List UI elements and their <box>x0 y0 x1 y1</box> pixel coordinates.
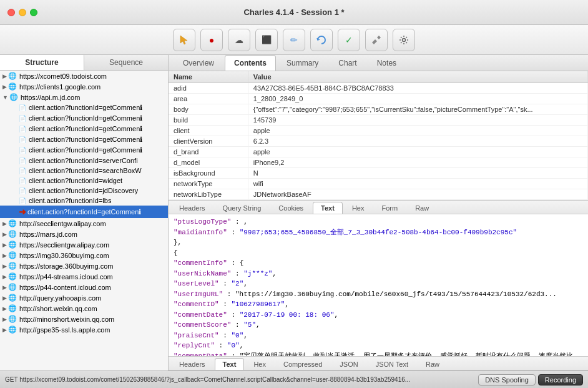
throttle-button[interactable]: ☁ <box>228 29 250 51</box>
file-icon: 📄 <box>19 126 26 132</box>
sidebar-item-req6[interactable]: 📄client.action?functionId=serverConfi <box>0 156 168 166</box>
item-label: https://xcomet09.todoist.com <box>19 72 107 80</box>
sidebar-item-req5[interactable]: 📄client.action?functionId=getCommenℹ <box>0 145 168 156</box>
sidebar-item-minorshort[interactable]: ▶🌐http://minorshort.weixin.qq.com <box>0 314 168 324</box>
window-title: Charles 4.1.4 - Session 1 * <box>243 7 344 17</box>
sidebar-tab-structure[interactable]: Structure <box>0 55 84 70</box>
item-label: client.action?functionId=getCommenℹ <box>29 125 142 133</box>
table-row[interactable]: clientVersion 6.2.3 <box>169 136 588 147</box>
expand-arrow: ▶ <box>2 73 7 79</box>
sidebar-item-req2[interactable]: 📄client.action?functionId=getCommenℹ <box>0 113 168 124</box>
sidebar-item-secclientgw2[interactable]: ▶🌐https://secclientgw.alipay.com <box>0 239 168 250</box>
sidebar-item-req11[interactable]: ➜client.action?functionId=getCommenℹ <box>0 206 168 218</box>
domain-icon: 🌐 <box>9 93 18 101</box>
sidebar-tab-sequence[interactable]: Sequence <box>84 55 168 70</box>
domain-icon: 🌐 <box>8 72 17 80</box>
sidebar-item-req9[interactable]: 📄client.action?functionId=jdDiscovery <box>0 186 168 196</box>
tab-overview[interactable]: Overview <box>174 55 223 71</box>
statusbar: GET https://xcomet09.todoist.com/comet/1… <box>0 371 588 388</box>
tools-button[interactable] <box>365 29 388 51</box>
sidebar-item-gspe35[interactable]: ▶🌐http://gspe35-ssl.ls.apple.com <box>0 324 168 335</box>
file-icon: 📄 <box>19 187 26 194</box>
sidebar-item-req7[interactable]: 📄client.action?functionId=searchBoxW <box>0 166 168 176</box>
validate-button[interactable]: ✓ <box>338 29 360 51</box>
stop-button[interactable]: ⬛ <box>255 29 278 51</box>
param-name: clientVersion <box>169 136 248 147</box>
param-value: 1_2800_2849_0 <box>248 94 587 104</box>
file-icon: 📄 <box>19 167 26 174</box>
repeat-button[interactable] <box>310 29 333 51</box>
main-layout: Structure Sequence ▶🌐https://xcomet09.to… <box>0 55 588 371</box>
bottom-tab-hex[interactable]: Hex <box>245 358 274 370</box>
close-button[interactable] <box>7 9 15 16</box>
sidebar-item-p44content[interactable]: ▶🌐https://p44-content.icloud.com <box>0 282 168 292</box>
maximize-button[interactable] <box>30 9 37 16</box>
sidebar-item-storage360[interactable]: ▶🌐https://storage.360buyimg.com <box>0 261 168 271</box>
middle-tab-headers[interactable]: Headers <box>171 202 213 214</box>
sidebar-item-req3[interactable]: 📄client.action?functionId=getCommenℹ <box>0 124 168 134</box>
sidebar-item-yahooapis[interactable]: ▶🌐http://query.yahooapis.com <box>0 292 168 303</box>
sidebar-item-img30[interactable]: ▶🌐https://img30.360buyimg.com <box>0 250 168 261</box>
domain-icon: 🌐 <box>8 272 17 281</box>
record-button[interactable]: ● <box>200 29 223 51</box>
json-viewer[interactable]: "ptusLogoType" : , "maidianInfo" : "9987… <box>169 214 588 356</box>
tab-chart[interactable]: Chart <box>329 55 366 71</box>
json-line: "maidianInfo" : "9987;653;655_4586850_全部… <box>174 227 583 238</box>
table-row[interactable]: client apple <box>169 126 588 136</box>
sidebar-item-secclientgw[interactable]: ▶🌐http://secclientgw.alipay.com <box>0 218 168 229</box>
param-value: apple <box>248 126 587 136</box>
bottom-tab-raw[interactable]: Raw <box>418 358 448 370</box>
tab-notes[interactable]: Notes <box>368 55 406 71</box>
tab-summary[interactable]: Summary <box>277 55 328 71</box>
settings-button[interactable] <box>393 29 415 51</box>
sidebar-item-req4[interactable]: 📄client.action?functionId=getCommenℹ <box>0 134 168 145</box>
sidebar-item-req1[interactable]: 📄client.action?functionId=getCommenℹ <box>0 102 168 113</box>
bottom-tab-json-text[interactable]: JSON Text <box>368 358 416 370</box>
table-row[interactable]: networkLibType JDNetworkBaseAF <box>169 189 588 200</box>
tab-contents[interactable]: Contents <box>225 55 276 71</box>
bottom-tab-json[interactable]: JSON <box>331 358 366 370</box>
traffic-lights <box>7 9 37 16</box>
middle-tab-query-string[interactable]: Query String <box>215 202 270 214</box>
bottom-tab-compressed[interactable]: Compressed <box>275 358 330 370</box>
item-label: https://clients1.google.com <box>19 83 100 91</box>
table-row[interactable]: area 1_2800_2849_0 <box>169 94 588 104</box>
expand-arrow: ▶ <box>2 306 7 312</box>
bottom-tab-text[interactable]: Text <box>215 358 245 370</box>
table-row[interactable]: adid 43A27C83-86E5-45B1-884C-B7BC8AC7883… <box>169 83 588 94</box>
middle-tab-cookies[interactable]: Cookies <box>270 202 311 214</box>
table-row[interactable]: networkType wifi <box>169 179 588 189</box>
middle-tab-text[interactable]: Text <box>313 202 343 214</box>
param-name: isBackground <box>169 168 248 179</box>
item-label: client.action?functionId=jdDiscovery <box>29 187 138 194</box>
sidebar-item-mars.jd[interactable]: ▶🌐https://mars.jd.com <box>0 229 168 239</box>
select-tool-button[interactable] <box>173 29 195 51</box>
expand-arrow: ▶ <box>2 242 7 248</box>
recording-button[interactable]: Recording <box>538 374 583 386</box>
table-row[interactable]: isBackground N <box>169 168 588 179</box>
sidebar-item-req10[interactable]: 📄client.action?functionId=lbs <box>0 196 168 206</box>
table-row[interactable]: d_model iPhone9,2 <box>169 157 588 168</box>
sidebar-item-req8[interactable]: 📄client.action?functionId=widget <box>0 176 168 186</box>
sidebar-item-xcomet09[interactable]: ▶🌐https://xcomet09.todoist.com <box>0 71 168 81</box>
sidebar-item-clients1[interactable]: ▶🌐https://clients1.google.com <box>0 81 168 92</box>
dns-spoof-button[interactable]: DNS Spoofing <box>478 374 536 386</box>
sidebar-item-p44streams[interactable]: ▶🌐https://p44-streams.icloud.com <box>0 271 168 282</box>
compose-button[interactable]: ✏ <box>283 29 305 51</box>
table-row[interactable]: build 145739 <box>169 115 588 126</box>
file-icon: 📄 <box>19 104 26 111</box>
middle-tab-hex[interactable]: Hex <box>344 202 373 214</box>
table-row[interactable]: body {"offset":"7","category":"9987;653;… <box>169 104 588 115</box>
table-row[interactable]: d_brand apple <box>169 147 588 157</box>
expand-arrow: ▶ <box>2 84 7 90</box>
sidebar-item-weixin[interactable]: ▶🌐http://short.weixin.qq.com <box>0 303 168 314</box>
minimize-button[interactable] <box>19 9 26 16</box>
expand-arrow: ▶ <box>2 252 7 259</box>
sidebar-item-api.m.jd[interactable]: ▼🌐https://api.m.jd.com <box>0 92 168 102</box>
middle-tab-raw[interactable]: Raw <box>407 202 437 214</box>
expand-arrow: ▶ <box>2 221 7 227</box>
item-label: http://minorshort.weixin.qq.com <box>19 316 114 323</box>
bottom-tab-headers[interactable]: Headers <box>171 358 213 370</box>
file-icon: 📄 <box>19 177 26 184</box>
middle-tab-form[interactable]: Form <box>373 202 406 214</box>
